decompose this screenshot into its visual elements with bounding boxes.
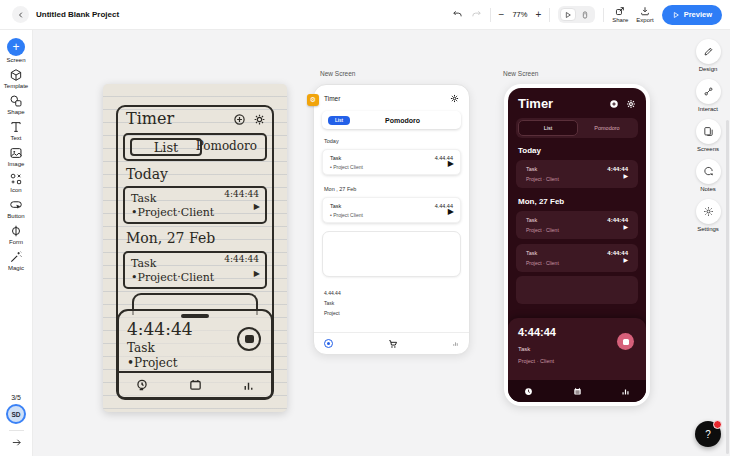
bar-chart-icon [621,387,630,396]
gear-icon [253,113,266,126]
help-button[interactable]: ? [695,421,721,447]
stop-button[interactable] [617,333,634,350]
wireframe-tabbar: List Pomodoro [322,111,461,129]
undo-icon [452,9,463,20]
mockup-timer-sheet: 4:44:44 Task Project · Client [508,318,646,380]
tool-label: Icon [10,187,21,193]
zoom-level[interactable]: 77% [512,10,527,19]
sidebar-item-image[interactable]: Image [8,146,25,167]
sidebar-divider [9,430,24,431]
button-icon [9,198,23,212]
sketch-photo[interactable]: Timer List Pomodoro Today 4:44:44 Task •… [103,84,287,412]
mockup-tab-list[interactable]: List [518,120,578,136]
zoom-out-button[interactable]: − [499,10,505,20]
export-button[interactable]: Export [636,6,653,23]
toolbar-divider [603,8,604,22]
top-toolbar: Untitled Blank Project − 77% + Share [0,0,730,30]
sidebar-item-settings[interactable]: Settings [696,199,721,232]
back-button[interactable] [12,6,29,23]
help-label: ? [705,429,711,440]
sidebar-item-text[interactable]: Text [9,120,23,141]
mockup-tab-pomodoro[interactable]: Pomodoro [578,120,636,136]
wireframe-section-today: Today [324,138,459,144]
sidebar-item-shape[interactable]: Shape [7,94,24,115]
mockup-screen[interactable]: Timer List Pomodoro Today Task 4:44:44 P… [504,84,650,406]
symbols-icon [9,172,23,186]
mode-segmented-control [558,6,595,23]
screens-stack-icon [703,126,714,137]
mockup-section-today: Today [518,146,636,155]
play-icon: ▶ [623,173,628,180]
undo-button[interactable] [452,9,463,20]
mockup-screen-label[interactable]: New Screen [503,70,538,77]
magic-wand-icon [9,250,23,264]
sidebar-item-template[interactable]: Template [4,68,28,89]
sketch-task-card: 4:44:44 Task •Project·Client ▶ [123,186,267,224]
mockup-task-card: Task 4:44:44 Project · Client ▶ [516,160,638,188]
mockup-title: Timer [518,96,553,111]
vertical-scrollbar[interactable] [726,120,729,454]
sidebar-item-button[interactable]: Button [7,198,24,219]
tool-label: Text [10,135,21,141]
tool-label: Button [7,213,24,219]
toolbar-divider [549,8,550,22]
sidebar-item-screens[interactable]: Screens [696,119,721,152]
sketch-timer-time: 4:44:44 [127,319,193,339]
redo-button[interactable] [471,9,482,20]
screen-count: 3/5 [11,394,21,401]
sketch-tabbar: List Pomodoro [123,133,267,161]
wireframe-footer-bar [314,332,469,354]
wireframe-footer-info: 4.44.44 Task Project [324,288,459,318]
wireframe-task-card: Task 4.44.44 • Project Client ▶ [322,149,461,175]
play-icon: ▶ [254,269,260,278]
sidebar-item-notes[interactable]: Notes [696,159,721,192]
interact-nodes-icon [703,86,714,97]
collapse-arrow-icon[interactable] [11,437,22,448]
cursor-mode-button[interactable] [577,8,593,21]
plus-circle-icon [233,113,246,126]
target-icon [324,339,333,348]
plus-circle-icon: + [7,38,25,56]
project-title: Untitled Blank Project [36,10,119,19]
preview-button[interactable]: Preview [662,5,722,25]
wireframe-screen-label[interactable]: New Screen [320,70,355,77]
sidebar-item-magic[interactable]: Magic [8,250,24,271]
wireframe-section-date: Mon , 27 Feb [324,186,459,192]
warning-badge-icon[interactable]: ⚙ [307,94,319,106]
mini-chart-icon [452,340,459,347]
stop-icon [623,339,629,345]
sidebar-item-interact[interactable]: Interact [696,79,721,112]
zoom-in-button[interactable]: + [535,10,541,20]
avatar[interactable]: SD [6,404,26,424]
pencil-icon [703,46,714,57]
wireframe-task-card: Task 4.44.44 • Project Client ▶ [322,197,461,223]
play-icon: ▶ [254,202,260,211]
toolbar-divider [490,8,491,22]
share-label: Share [612,17,628,23]
wireframe-tab-pomodoro[interactable]: Pomodoro [350,117,455,124]
export-icon [640,6,650,16]
sidebar-item-screen[interactable]: + Screen [6,38,25,63]
preview-play-icon [672,11,680,19]
share-button[interactable]: Share [612,6,628,23]
wireframe-footer-time: 4.44.44 [324,288,459,298]
gear-icon [703,206,714,217]
wireframe-tab-list[interactable]: List [328,116,350,125]
mockup-timer-time: 4:44:44 [518,326,556,338]
sidebar-item-icon[interactable]: Icon [9,172,23,193]
wireframe-screen[interactable]: ⚙ Timer List Pomodoro Today Task 4.44.44… [313,84,470,355]
sidebar-item-form[interactable]: Form [9,224,23,245]
wireframe-title: Timer [324,95,340,102]
sketch-tab-list: List [130,138,202,156]
rs-label: Settings [697,226,719,232]
export-label: Export [636,17,653,23]
sidebar-item-design[interactable]: Design [696,39,721,72]
stop-icon [237,327,261,351]
play-mode-button[interactable] [560,8,576,21]
back-chevron-icon [17,11,25,19]
sketch-section-date: Mon, 27 Feb [126,230,215,246]
rs-label: Interact [698,106,718,112]
sketch-tab-pomodoro: Pomodoro [196,139,257,153]
tool-sidebar: + Screen Template Shape Text Image Icon … [0,30,33,456]
inspector-sidebar: Design Interact Screens Notes Settings [686,30,730,456]
